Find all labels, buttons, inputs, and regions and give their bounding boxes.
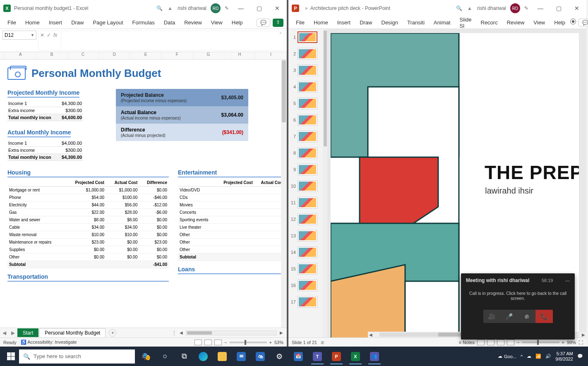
name-box[interactable]: D12 ▼ xyxy=(2,31,36,40)
slide-thumb-1[interactable]: 1 xyxy=(288,29,328,45)
display-settings-icon[interactable]: ⎚ xyxy=(321,340,324,345)
notes-button[interactable]: ≡ Notes xyxy=(459,340,475,345)
explorer-icon[interactable] xyxy=(214,348,231,365)
slide-thumb-6[interactable]: 6 xyxy=(288,112,328,128)
table-row[interactable]: CDs xyxy=(178,194,286,201)
slide-thumb-11[interactable]: 11 xyxy=(288,194,328,211)
table-row[interactable]: Maintenance or repairs$23.00$0.00$23.00 xyxy=(7,239,169,246)
hscroll-left[interactable]: ◀ xyxy=(178,330,184,336)
minimize-button[interactable]: — xyxy=(235,5,247,12)
share-button[interactable]: ⇪ xyxy=(273,19,283,27)
taskbar-search[interactable]: 🔍 Type here to search xyxy=(19,349,135,364)
tab-home[interactable]: Home xyxy=(21,18,44,27)
cortana-icon[interactable]: ○ xyxy=(156,348,174,365)
col-header[interactable]: C xyxy=(67,52,99,59)
table-row[interactable]: Other$0.00$0.00$0.00 xyxy=(7,254,169,261)
slide-thumb-12[interactable]: 12 xyxy=(288,211,328,227)
edge-icon[interactable] xyxy=(194,348,212,365)
slide-thumb-15[interactable]: 15 xyxy=(288,261,328,277)
tab-slideshow[interactable]: Slide Sl xyxy=(456,15,476,31)
sheet-nav-prev[interactable]: ◀ xyxy=(0,330,9,336)
fit-to-window-button[interactable]: ⛶ xyxy=(578,340,583,345)
col-header[interactable]: D xyxy=(99,52,130,59)
table-row[interactable]: Electricity$44.00$56.00-$12.00 xyxy=(7,201,169,209)
table-row[interactable]: Concerts xyxy=(178,209,286,216)
powerpoint-taskbar-icon[interactable]: P xyxy=(328,348,345,365)
minimize-button[interactable]: — xyxy=(534,5,547,12)
table-row[interactable]: Gas$22.00$28.00-$6.00 xyxy=(7,209,169,216)
zoom-in-button[interactable]: + xyxy=(269,340,272,345)
accept-formula-icon[interactable]: ✓ xyxy=(47,32,51,38)
tab-home[interactable]: Home xyxy=(310,18,332,27)
tab-record[interactable]: Recorc xyxy=(477,18,502,27)
warning-icon[interactable]: ▲ xyxy=(467,5,472,11)
col-header[interactable]: I xyxy=(255,52,287,59)
table-row[interactable]: Sporting events xyxy=(178,216,286,224)
minimize-overlay-icon[interactable]: — xyxy=(565,278,570,283)
slide-thumb-16[interactable]: 16 xyxy=(288,277,328,294)
slide-thumb-9[interactable]: 9 xyxy=(288,161,328,178)
reading-view-button[interactable] xyxy=(497,340,504,345)
calendar-icon[interactable]: 📅 xyxy=(290,348,307,365)
tab-data[interactable]: Data xyxy=(160,18,179,27)
slide-thumb-7[interactable]: 7 xyxy=(288,128,328,145)
tab-pagelayout[interactable]: Page Layout xyxy=(89,18,127,27)
tab-view[interactable]: View xyxy=(207,18,227,27)
search-icon[interactable]: 🔍 xyxy=(156,5,163,11)
task-view-icon[interactable]: ⧉ xyxy=(175,348,193,365)
table-row[interactable]: Supplies$0.00$0.00$0.00 xyxy=(7,246,169,254)
table-row[interactable]: Waste removal$10.00$10.00$0.00 xyxy=(7,231,169,239)
tab-formulas[interactable]: Formulas xyxy=(128,18,159,27)
hangup-button[interactable]: 📞 xyxy=(535,310,553,323)
tab-insert[interactable]: Insert xyxy=(333,18,355,27)
tab-insert[interactable]: Insert xyxy=(45,18,67,27)
close-button[interactable]: ✕ xyxy=(271,5,283,12)
chevron-down-icon[interactable]: ▼ xyxy=(31,33,34,37)
pen-icon[interactable]: ✎ xyxy=(524,5,528,11)
zoom-slider[interactable] xyxy=(230,342,267,343)
warning-icon[interactable]: ▲ xyxy=(168,5,173,11)
volume-icon[interactable]: 🔊 xyxy=(545,354,551,359)
slide-thumbnails[interactable]: 1234567891011121314151617 xyxy=(288,29,328,337)
normal-view-button[interactable] xyxy=(194,340,202,345)
teams2-taskbar-icon[interactable]: 👥 xyxy=(366,348,383,365)
col-header[interactable]: F xyxy=(161,52,193,59)
settings-icon[interactable]: ⚙ xyxy=(271,348,288,365)
col-header[interactable]: B xyxy=(36,52,68,59)
onedrive-icon[interactable]: ☁ xyxy=(527,354,531,359)
close-button[interactable]: ✕ xyxy=(571,5,583,12)
tab-review[interactable]: Review xyxy=(503,18,529,27)
zoom-in-button[interactable]: + xyxy=(562,340,564,345)
tab-draw[interactable]: Draw xyxy=(355,18,376,27)
add-sheet-button[interactable]: + xyxy=(109,329,116,337)
excel-avatar[interactable]: RD xyxy=(211,3,221,13)
table-row[interactable]: Movies xyxy=(178,201,286,209)
mic-button[interactable]: 🎤 xyxy=(501,310,518,323)
tab-view[interactable]: View xyxy=(529,18,549,27)
tab-design[interactable]: Design xyxy=(377,18,402,27)
maximize-button[interactable]: ▢ xyxy=(253,5,265,12)
page-break-view-button[interactable] xyxy=(214,340,222,345)
news-icon[interactable]: 🎭 xyxy=(137,348,155,365)
sheet-tab-budget[interactable]: Personal Monthly Budget xyxy=(39,328,106,337)
slide-thumb-5[interactable]: 5 xyxy=(288,95,328,112)
table-row[interactable]: Video/DVD xyxy=(178,187,286,194)
ppt-avatar[interactable]: RD xyxy=(510,3,520,13)
table-row[interactable]: Other xyxy=(178,239,286,246)
search-icon[interactable]: 🔍 xyxy=(456,5,462,11)
thumb-scrollbar[interactable] xyxy=(323,29,328,337)
slide-thumb-14[interactable]: 14 xyxy=(288,244,328,261)
sheet-tab-start[interactable]: Start xyxy=(17,328,38,337)
tab-transitions[interactable]: Transiti xyxy=(403,18,429,27)
sheet-nav-next[interactable]: ▶ xyxy=(9,330,17,336)
col-header[interactable]: A xyxy=(5,52,36,59)
slide-thumb-4[interactable]: 4 xyxy=(288,79,328,95)
slide-thumb-3[interactable]: 3 xyxy=(288,62,328,79)
store-icon[interactable]: 🛍 xyxy=(252,348,269,365)
slide-thumb-17[interactable]: 17 xyxy=(288,294,328,310)
table-row[interactable]: Live theater xyxy=(178,224,286,231)
accessibility-status[interactable]: ♿ Accessibility: Investigate xyxy=(21,340,77,345)
tab-help[interactable]: Help xyxy=(550,18,569,27)
col-header[interactable]: G xyxy=(193,52,224,59)
zoom-value[interactable]: 53% xyxy=(274,340,283,345)
